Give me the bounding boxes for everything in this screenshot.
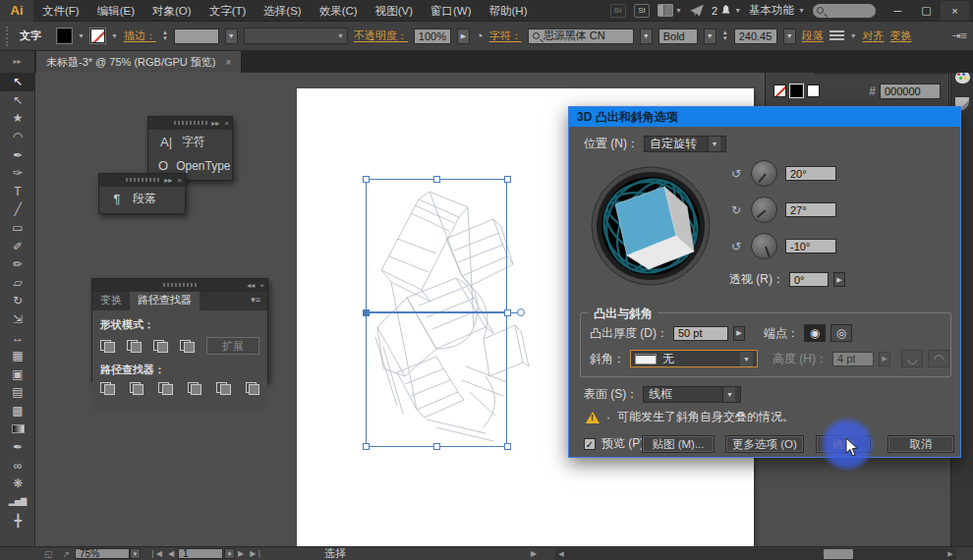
- document-raster-icon[interactable]: ◔: [476, 28, 484, 43]
- close-button[interactable]: ×: [941, 1, 969, 21]
- control-bar-gripper[interactable]: [6, 27, 10, 46]
- stroke-link[interactable]: 描边：: [124, 28, 156, 43]
- arrange-documents-button[interactable]: ▼: [658, 4, 682, 17]
- selection-handle-mid-right[interactable]: [504, 309, 511, 316]
- app-logo[interactable]: Ai: [0, 0, 33, 22]
- exclude-icon[interactable]: [180, 340, 195, 353]
- stroke-color-swatch[interactable]: [90, 28, 105, 43]
- outline-icon[interactable]: [216, 382, 231, 395]
- close-icon[interactable]: ×: [259, 279, 264, 292]
- curvature-tool[interactable]: ✑: [0, 164, 35, 183]
- scrollbar-thumb[interactable]: [824, 549, 853, 559]
- share-icon[interactable]: [690, 5, 704, 17]
- mesh-tool[interactable]: ▩: [0, 402, 35, 420]
- selection-rotate-handle[interactable]: [517, 308, 525, 316]
- unite-icon[interactable]: [100, 340, 115, 353]
- font-size-dropdown[interactable]: ▼: [783, 28, 796, 44]
- rotate-z-dial[interactable]: [751, 233, 777, 259]
- tab-transform[interactable]: 变换: [92, 291, 130, 310]
- close-icon[interactable]: ×: [224, 117, 229, 130]
- minimize-button[interactable]: ─: [884, 1, 912, 21]
- menu-window[interactable]: 窗口(W): [422, 0, 481, 22]
- stock-button[interactable]: St: [634, 4, 650, 18]
- none-swatch[interactable]: [773, 84, 786, 97]
- artboard-number-input[interactable]: 1: [178, 548, 223, 559]
- eyedropper-tool[interactable]: ✒: [0, 438, 35, 457]
- notifications-button[interactable]: 2 ▼: [712, 5, 741, 17]
- expand-button[interactable]: 扩展: [206, 337, 259, 355]
- scroll-left-icon[interactable]: ◀: [555, 550, 567, 558]
- bevel-extent-in-button[interactable]: ◠: [928, 350, 949, 367]
- selection-handle-top-center[interactable]: [433, 176, 440, 183]
- artboard-tool[interactable]: ╋: [0, 511, 35, 530]
- rectangle-tool[interactable]: ▭: [0, 219, 35, 238]
- character-panel-header[interactable]: ▸▸×: [148, 117, 232, 130]
- eraser-tool[interactable]: ▱: [0, 274, 35, 293]
- horizontal-scrollbar[interactable]: ◀ ▶: [555, 548, 956, 560]
- font-size-stepper[interactable]: ▲▼: [722, 30, 728, 41]
- crop-icon[interactable]: [188, 382, 202, 395]
- font-family-dropdown[interactable]: ▼: [640, 28, 653, 44]
- align-link[interactable]: 对齐: [863, 28, 885, 43]
- divide-icon[interactable]: [100, 382, 115, 395]
- map-art-button[interactable]: 贴图 (M)...: [642, 435, 715, 453]
- document-tab[interactable]: 未标题-3* @ 75% (RGB/GPU 预览) ×: [36, 51, 242, 73]
- dock-control-panel-icon[interactable]: ⇥≡: [951, 29, 967, 42]
- panel-menu-icon[interactable]: ▾≡: [246, 295, 265, 305]
- stroke-weight-dropdown[interactable]: ▼: [225, 28, 238, 44]
- paragraph-align-icon[interactable]: [830, 30, 844, 42]
- opacity-link[interactable]: 不透明度：: [354, 28, 408, 43]
- device-preview-icon[interactable]: ◱: [39, 549, 58, 559]
- paragraph-link[interactable]: 段落: [802, 28, 824, 43]
- rotate-y-dial[interactable]: [751, 196, 777, 223]
- tab-pathfinder[interactable]: 路径查找器: [130, 291, 200, 310]
- zoom-level-input[interactable]: 75%: [75, 548, 130, 559]
- direct-selection-tool[interactable]: ↖: [0, 91, 35, 110]
- selection-handle-top-left[interactable]: [363, 176, 370, 183]
- cap-on-button[interactable]: ◉: [804, 324, 826, 342]
- selection-handle-bottom-right[interactable]: [504, 443, 511, 450]
- rotation-trackball[interactable]: [590, 165, 712, 287]
- last-artboard-button[interactable]: ▶❘: [247, 549, 265, 558]
- shape-builder-tool[interactable]: ▣: [0, 365, 35, 384]
- rotate-tool[interactable]: ↻: [0, 292, 35, 310]
- selection-handle-bottom-left[interactable]: [363, 443, 370, 450]
- gradient-tool[interactable]: [0, 420, 35, 438]
- font-style-dropdown[interactable]: ▼: [704, 28, 716, 44]
- menu-view[interactable]: 视图(V): [367, 0, 422, 22]
- export-icon[interactable]: ↗: [58, 549, 76, 559]
- font-family-input[interactable]: 思源黑体 CN: [528, 28, 634, 44]
- pencil-tool[interactable]: ✏: [0, 255, 35, 274]
- width-tool[interactable]: ↔: [0, 328, 35, 347]
- bevel-extent-out-button[interactable]: ◡: [901, 350, 923, 367]
- opacity-input[interactable]: 100%: [414, 28, 451, 44]
- tab-close-icon[interactable]: ×: [226, 57, 232, 68]
- chevron-down-icon[interactable]: ▼: [78, 32, 85, 39]
- menu-effect[interactable]: 效果(C): [311, 0, 367, 22]
- minus-front-icon[interactable]: [127, 340, 142, 353]
- bevel-select[interactable]: 无 ▼: [630, 350, 758, 367]
- free-transform-tool[interactable]: ▦: [0, 347, 35, 365]
- hex-value-input[interactable]: 000000: [880, 84, 941, 99]
- pathfinder-panel-header[interactable]: ◂◂×: [92, 279, 267, 292]
- intersect-icon[interactable]: [153, 340, 168, 353]
- type-tool[interactable]: T: [0, 183, 35, 201]
- minus-back-icon[interactable]: [246, 382, 260, 395]
- cancel-button[interactable]: 取消: [887, 435, 954, 453]
- fill-color-swatch[interactable]: [57, 28, 72, 43]
- workspace-switcher[interactable]: 基本功能 ▼: [749, 3, 805, 18]
- pen-tool[interactable]: ✒: [0, 145, 35, 164]
- position-select[interactable]: 自定旋转▼: [644, 136, 726, 152]
- toolbar-collapse-button[interactable]: ▸▸: [0, 51, 35, 73]
- scroll-right-icon[interactable]: ▶: [944, 550, 956, 558]
- variable-width-profile-dropdown[interactable]: ▼: [244, 28, 348, 44]
- opacity-dropdown[interactable]: ▶: [457, 28, 470, 44]
- collapse-icon[interactable]: ▸▸: [211, 117, 219, 130]
- rotate-x-dial[interactable]: [751, 160, 777, 187]
- lasso-tool[interactable]: ◠: [0, 128, 35, 146]
- status-popup-icon[interactable]: ▶: [528, 549, 540, 558]
- trim-icon[interactable]: [130, 382, 144, 395]
- prev-artboard-button[interactable]: ◀: [165, 549, 177, 558]
- menu-file[interactable]: 文件(F): [33, 0, 88, 22]
- bridge-button[interactable]: Br: [610, 4, 626, 18]
